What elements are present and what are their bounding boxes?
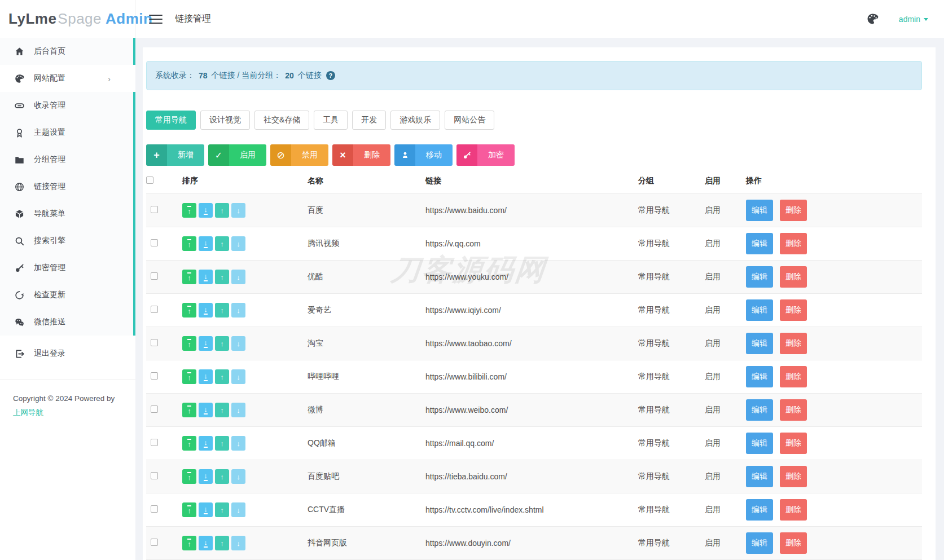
delete-button[interactable]: 删除	[780, 233, 807, 254]
move-button[interactable]: 移动	[394, 144, 453, 166]
move-to-bottom-button[interactable]: ↓	[199, 436, 213, 451]
move-to-top-button[interactable]: ↑	[182, 236, 196, 251]
row-checkbox[interactable]	[151, 306, 158, 313]
sidebar-item-collection[interactable]: 收录管理	[0, 92, 135, 119]
move-up-button[interactable]: ↑	[215, 502, 229, 517]
delete-button[interactable]: 删除	[780, 433, 807, 454]
edit-button[interactable]: 编辑	[746, 466, 773, 487]
disable-button[interactable]: ⊘ 禁用	[270, 144, 328, 166]
delete-button[interactable]: 删除	[780, 499, 807, 521]
move-down-button[interactable]: ↓	[231, 203, 245, 218]
row-checkbox[interactable]	[151, 239, 158, 246]
sidebar-item-site-config[interactable]: 网站配置 ›	[0, 65, 135, 92]
move-down-button[interactable]: ↓	[231, 403, 245, 417]
sidebar-item-nav-menu[interactable]: 导航菜单	[0, 200, 135, 227]
sidebar-item-dashboard[interactable]: 后台首页	[0, 38, 135, 65]
row-checkbox[interactable]	[151, 472, 158, 479]
delete-button[interactable]: 删除	[780, 466, 807, 487]
sidebar-item-check-update[interactable]: 检查更新	[0, 281, 135, 308]
edit-button[interactable]: 编辑	[746, 433, 773, 454]
delete-button[interactable]: 删除	[780, 532, 807, 554]
tab-common-nav[interactable]: 常用导航	[146, 111, 196, 130]
move-to-top-button[interactable]: ↑	[182, 270, 196, 284]
move-up-button[interactable]: ↑	[215, 303, 229, 318]
move-to-top-button[interactable]: ↑	[182, 303, 196, 318]
move-to-top-button[interactable]: ↑	[182, 203, 196, 218]
move-to-top-button[interactable]: ↑	[182, 436, 196, 451]
move-to-bottom-button[interactable]: ↓	[199, 303, 213, 318]
user-dropdown[interactable]: admin	[899, 15, 928, 24]
edit-button[interactable]: 编辑	[746, 333, 773, 354]
help-icon[interactable]: ?	[326, 71, 335, 80]
edit-button[interactable]: 编辑	[746, 532, 773, 554]
sidebar-item-groups[interactable]: 分组管理	[0, 146, 135, 173]
move-down-button[interactable]: ↓	[231, 336, 245, 351]
move-to-top-button[interactable]: ↑	[182, 469, 196, 484]
menu-toggle-icon[interactable]	[149, 15, 163, 24]
move-to-top-button[interactable]: ↑	[182, 502, 196, 517]
enable-button[interactable]: ✓ 启用	[208, 144, 266, 166]
row-checkbox[interactable]	[151, 339, 158, 346]
move-down-button[interactable]: ↓	[231, 436, 245, 451]
sidebar-item-theme[interactable]: 主题设置	[0, 119, 135, 146]
edit-button[interactable]: 编辑	[746, 299, 773, 321]
move-up-button[interactable]: ↑	[215, 336, 229, 351]
delete-selected-button[interactable]: × 删除	[332, 144, 390, 166]
move-up-button[interactable]: ↑	[215, 236, 229, 251]
row-checkbox[interactable]	[151, 206, 158, 213]
move-down-button[interactable]: ↓	[231, 270, 245, 284]
move-to-bottom-button[interactable]: ↓	[199, 403, 213, 417]
move-down-button[interactable]: ↓	[231, 236, 245, 251]
tab-site-notice[interactable]: 网站公告	[445, 111, 494, 130]
move-up-button[interactable]: ↑	[215, 436, 229, 451]
delete-button[interactable]: 删除	[780, 366, 807, 387]
move-to-bottom-button[interactable]: ↓	[199, 369, 213, 384]
move-to-bottom-button[interactable]: ↓	[199, 203, 213, 218]
move-to-top-button[interactable]: ↑	[182, 369, 196, 384]
sidebar-item-wechat-push[interactable]: 微信推送	[0, 308, 135, 336]
sidebar-item-links[interactable]: 链接管理	[0, 173, 135, 200]
edit-button[interactable]: 编辑	[746, 266, 773, 288]
move-up-button[interactable]: ↑	[215, 469, 229, 484]
move-down-button[interactable]: ↓	[231, 469, 245, 484]
move-to-bottom-button[interactable]: ↓	[199, 270, 213, 284]
delete-button[interactable]: 删除	[780, 333, 807, 354]
sidebar-item-encryption[interactable]: 加密管理	[0, 254, 135, 281]
edit-button[interactable]: 编辑	[746, 399, 773, 421]
move-up-button[interactable]: ↑	[215, 203, 229, 218]
edit-button[interactable]: 编辑	[746, 200, 773, 221]
row-checkbox[interactable]	[151, 272, 158, 280]
tab-tools[interactable]: 工具	[314, 111, 348, 130]
move-to-bottom-button[interactable]: ↓	[199, 536, 213, 550]
sidebar-item-logout[interactable]: 退出登录	[0, 340, 135, 367]
edit-button[interactable]: 编辑	[746, 366, 773, 387]
delete-button[interactable]: 删除	[780, 200, 807, 221]
edit-button[interactable]: 编辑	[746, 499, 773, 521]
tab-social-storage[interactable]: 社交&存储	[254, 111, 309, 130]
copyright-link[interactable]: 上网导航	[13, 405, 43, 420]
move-to-top-button[interactable]: ↑	[182, 403, 196, 417]
move-to-bottom-button[interactable]: ↓	[199, 236, 213, 251]
move-down-button[interactable]: ↓	[231, 303, 245, 318]
move-up-button[interactable]: ↑	[215, 369, 229, 384]
row-checkbox[interactable]	[151, 539, 158, 546]
row-checkbox[interactable]	[151, 372, 158, 380]
row-checkbox[interactable]	[151, 439, 158, 446]
row-checkbox[interactable]	[151, 405, 158, 413]
move-to-bottom-button[interactable]: ↓	[199, 502, 213, 517]
theme-palette-icon[interactable]	[867, 13, 879, 25]
select-all-checkbox[interactable]	[146, 177, 153, 184]
tab-design-visual[interactable]: 设计视觉	[200, 111, 250, 130]
move-to-top-button[interactable]: ↑	[182, 536, 196, 550]
tab-games[interactable]: 游戏娱乐	[390, 111, 440, 130]
tab-dev[interactable]: 开发	[352, 111, 386, 130]
move-down-button[interactable]: ↓	[231, 502, 245, 517]
move-up-button[interactable]: ↑	[215, 403, 229, 417]
sidebar-item-search-engine[interactable]: 搜索引擎	[0, 227, 135, 254]
move-down-button[interactable]: ↓	[231, 536, 245, 550]
edit-button[interactable]: 编辑	[746, 233, 773, 254]
move-to-bottom-button[interactable]: ↓	[199, 469, 213, 484]
move-to-bottom-button[interactable]: ↓	[199, 336, 213, 351]
delete-button[interactable]: 删除	[780, 266, 807, 288]
move-down-button[interactable]: ↓	[231, 369, 245, 384]
